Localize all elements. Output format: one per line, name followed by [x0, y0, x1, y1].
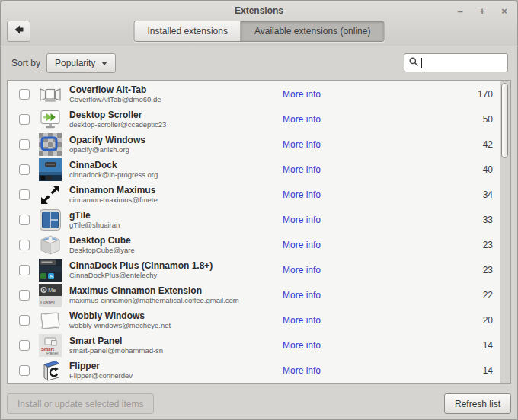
extension-text: Desktop Cube DesktopCube@yare [69, 236, 283, 254]
extension-uuid: cinnamon-maximus@fmete [69, 196, 283, 204]
more-info-link[interactable]: More info [283, 114, 336, 125]
extension-checkbox[interactable] [19, 290, 30, 301]
extension-name: gTile [69, 211, 283, 221]
sort-dropdown[interactable]: Popularity [46, 53, 116, 73]
sort-by-label: Sort by [11, 58, 40, 68]
extension-checkbox[interactable] [19, 114, 30, 125]
install-update-button[interactable]: Install or update selected items [7, 393, 154, 414]
extension-checkbox[interactable] [19, 240, 30, 250]
extension-name: Coverflow Alt-Tab [69, 85, 283, 95]
extension-row[interactable]: Flipper Flipper@connerdev More info 14 [8, 358, 499, 383]
extension-checkbox[interactable] [19, 265, 30, 275]
extension-uuid: opacify@anish.org [69, 145, 283, 154]
extension-row[interactable]: Wobbly Windows wobbly-windows@mecheye.ne… [8, 307, 499, 332]
more-info-link[interactable]: More info [283, 189, 336, 200]
more-info-link[interactable]: More info [283, 265, 336, 275]
extension-name: Wobbly Windows [69, 311, 283, 321]
titlebar[interactable]: Extensions – + × [1, 1, 517, 21]
popularity-count: 23 [467, 240, 493, 250]
popularity-count: 33 [467, 215, 493, 225]
cinnamon-maximus-icon [39, 183, 62, 206]
extension-uuid: DesktopCube@yare [69, 246, 283, 254]
footer: Install or update selected items Refresh… [1, 384, 517, 419]
refresh-list-button[interactable]: Refresh list [444, 393, 511, 414]
flipper-icon [39, 359, 62, 382]
extension-uuid: wobbly-windows@mecheye.net [69, 321, 283, 329]
search-input[interactable] [422, 58, 504, 68]
popularity-count: 20 [467, 315, 493, 326]
extension-row[interactable]: Opacify Windows opacify@anish.org More i… [8, 132, 499, 157]
more-info-link[interactable]: More info [283, 215, 336, 225]
extension-checkbox[interactable] [19, 164, 30, 175]
chevron-down-icon [101, 62, 107, 65]
popularity-count: 23 [467, 265, 493, 275]
extension-row[interactable]: SmartPanel Smart Panel smart-panel@moham… [8, 332, 499, 358]
toolbar: Sort by Popularity [1, 46, 517, 80]
extension-row[interactable]: Coverflow Alt-Tab CoverflowAltTab@dmo60.… [8, 81, 499, 107]
extension-row[interactable]: CinnaDock cinnadock@in-progress.org More… [8, 157, 499, 182]
scrollbar-thumb[interactable] [501, 83, 508, 158]
smart-panel-icon: SmartPanel [39, 334, 62, 357]
back-button[interactable] [7, 21, 30, 42]
more-info-link[interactable]: More info [283, 89, 336, 100]
extension-text: Smart Panel smart-panel@mohammad-sn [69, 336, 283, 355]
back-arrow-icon [13, 24, 25, 39]
popularity-count: 14 [467, 340, 493, 351]
extension-text: CinnaDock cinnadock@in-progress.org [69, 161, 283, 179]
popularity-count: 22 [467, 290, 493, 301]
more-info-link[interactable]: More info [283, 240, 336, 250]
svg-text:Datei: Datei [40, 298, 55, 305]
extension-text: CinnaDock Plus (Cinnamon 1.8+) CinnaDock… [69, 261, 283, 279]
extension-uuid: CinnaDockPlus@entelechy [69, 271, 283, 279]
extension-row[interactable]: S CinnaDock Plus (Cinnamon 1.8+) CinnaDo… [8, 257, 499, 282]
search-box[interactable] [404, 53, 508, 72]
vertical-scrollbar[interactable] [500, 81, 510, 383]
cinnadock-plus-icon: S [39, 259, 62, 282]
more-info-link[interactable]: More info [283, 340, 336, 351]
popularity-count: 34 [467, 189, 493, 200]
extension-checkbox[interactable] [19, 89, 30, 100]
extension-text: Flipper Flipper@connerdev [69, 361, 283, 380]
extensions-list: Coverflow Alt-Tab CoverflowAltTab@dmo60.… [8, 81, 499, 383]
tab-available-extensions[interactable]: Available extensions (online) [241, 21, 384, 41]
close-button[interactable]: × [499, 6, 510, 16]
extension-checkbox[interactable] [19, 315, 30, 326]
popularity-count: 170 [467, 89, 493, 100]
extension-row[interactable]: Cinnamon Maximus cinnamon-maximus@fmete … [8, 182, 499, 207]
extensions-window: Extensions – + × Installed extensions Av… [0, 0, 518, 420]
extension-checkbox[interactable] [19, 340, 30, 351]
extension-row[interactable]: Desktop Cube DesktopCube@yare More info … [8, 232, 499, 257]
cinnadock-icon [39, 158, 62, 181]
extension-row[interactable]: Desktop Scroller desktop-scroller@ccadep… [8, 107, 499, 132]
extension-checkbox[interactable] [19, 215, 30, 225]
extensions-list-panel: Coverflow Alt-Tab CoverflowAltTab@dmo60.… [7, 80, 511, 384]
coverflow-alt-tab-icon [39, 83, 62, 106]
extension-uuid: gTile@shuairan [69, 221, 283, 229]
more-info-link[interactable]: More info [283, 315, 336, 326]
extension-text: Wobbly Windows wobbly-windows@mecheye.ne… [69, 311, 283, 329]
minimize-button[interactable]: – [455, 6, 465, 16]
extension-text: Maximus Cinnamon Extension maximus-cinna… [69, 286, 283, 304]
sort-dropdown-value: Popularity [55, 58, 95, 68]
extension-name: Maximus Cinnamon Extension [69, 286, 283, 296]
more-info-link[interactable]: More info [283, 139, 336, 150]
extension-checkbox[interactable] [19, 139, 30, 150]
extension-checkbox[interactable] [19, 189, 30, 200]
extension-name: CinnaDock [69, 161, 283, 170]
extension-name: Cinnamon Maximus [69, 186, 283, 196]
more-info-link[interactable]: More info [283, 290, 336, 301]
tab-installed-extensions[interactable]: Installed extensions [135, 21, 241, 41]
extension-uuid: maximus-cinnamon@mathematical.coffee.gma… [69, 296, 283, 304]
extension-checkbox[interactable] [19, 365, 30, 376]
extension-uuid: desktop-scroller@ccadeptic23 [69, 120, 283, 129]
extension-row[interactable]: MeDatei Maximus Cinnamon Extension maxim… [8, 282, 499, 307]
maximize-button[interactable]: + [477, 6, 488, 16]
extension-row[interactable]: gTile gTile@shuairan More info 33 [8, 207, 499, 232]
extension-text: Cinnamon Maximus cinnamon-maximus@fmete [69, 186, 283, 204]
svg-text:Me: Me [48, 287, 56, 294]
extension-name: CinnaDock Plus (Cinnamon 1.8+) [69, 261, 283, 271]
extension-uuid: CoverflowAltTab@dmo60.de [69, 95, 283, 103]
extension-text: Opacify Windows opacify@anish.org [69, 135, 283, 154]
more-info-link[interactable]: More info [283, 365, 336, 376]
more-info-link[interactable]: More info [283, 164, 336, 175]
